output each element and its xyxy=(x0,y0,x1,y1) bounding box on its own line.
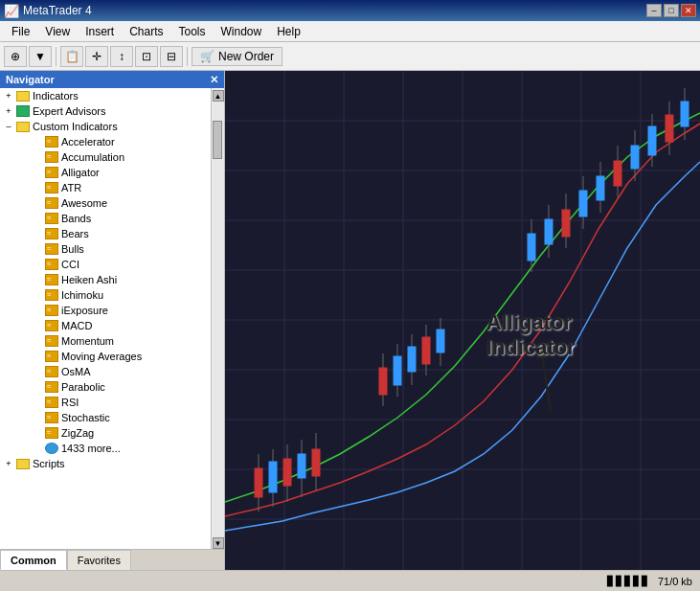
menu-tools[interactable]: Tools xyxy=(171,23,214,40)
label-bands: Bands xyxy=(59,213,91,224)
menu-view[interactable]: View xyxy=(37,23,78,40)
tree-item-custom[interactable]: – Custom Indicators xyxy=(0,119,211,134)
svg-rect-38 xyxy=(528,234,535,261)
tab-favorites[interactable]: Favorites xyxy=(67,550,131,570)
icon-ichimoku xyxy=(44,288,59,302)
tree-item-ea[interactable]: + Expert Advisors xyxy=(0,103,211,119)
svg-rect-48 xyxy=(614,161,621,186)
svg-rect-30 xyxy=(394,356,401,385)
tree-item-more[interactable]: 1433 more... xyxy=(0,441,211,456)
icon-bears xyxy=(44,227,59,240)
tree-item-alligator[interactable]: Alligator xyxy=(0,165,211,180)
tree-item-accumulation[interactable]: Accumulation xyxy=(0,149,211,165)
navigator-panel: Navigator ✕ + Indicators + xyxy=(0,71,225,570)
status-right: ▊▊▊▊▊ 71/0 kb xyxy=(607,576,692,587)
svg-rect-26 xyxy=(312,449,320,476)
svg-rect-40 xyxy=(545,219,553,244)
toolbar-btn-1[interactable]: ⊕ xyxy=(4,46,27,67)
icon-heiken-ashi xyxy=(44,273,59,286)
label-moving-averages: Moving Averages xyxy=(59,351,142,362)
menu-file[interactable]: File xyxy=(4,23,37,40)
icon-alligator xyxy=(44,166,59,179)
expander-scripts: + xyxy=(2,457,15,470)
tree-item-bands[interactable]: Bands xyxy=(0,211,211,226)
scrollbar-up-button[interactable]: ▲ xyxy=(213,90,224,102)
label-bears: Bears xyxy=(59,228,89,239)
svg-rect-22 xyxy=(283,459,291,486)
menu-charts[interactable]: Charts xyxy=(122,23,170,40)
new-order-label: New Order xyxy=(218,50,274,63)
label-heiken-ashi: Heiken Ashi xyxy=(59,274,117,285)
tree-item-awesome[interactable]: Awesome xyxy=(0,195,211,211)
svg-rect-36 xyxy=(437,330,444,352)
close-button[interactable]: ✕ xyxy=(681,4,696,17)
svg-rect-28 xyxy=(379,368,387,395)
navigator-close-button[interactable]: ✕ xyxy=(210,74,218,86)
tree-item-stochastic[interactable]: Stochastic xyxy=(0,410,211,425)
title-bar-left: 📈 MetaTrader 4 xyxy=(4,4,92,18)
minimize-button[interactable]: – xyxy=(646,4,662,17)
toolbar-btn-6[interactable]: ⊟ xyxy=(160,46,183,67)
svg-rect-32 xyxy=(408,347,416,372)
icon-awesome xyxy=(44,196,59,210)
scrollbar-down-button[interactable]: ▼ xyxy=(213,537,224,549)
tree-item-rsi[interactable]: RSI xyxy=(0,395,211,410)
svg-rect-46 xyxy=(597,176,604,200)
tree-item-zigzag[interactable]: ZigZag xyxy=(0,425,211,441)
tree-item-momentum[interactable]: Momentum xyxy=(0,333,211,349)
chart-svg xyxy=(225,71,700,570)
main-area: Navigator ✕ + Indicators + xyxy=(0,71,700,570)
svg-rect-24 xyxy=(298,454,305,478)
tree-item-heiken-ashi[interactable]: Heiken Ashi xyxy=(0,272,211,287)
label-cci: CCI xyxy=(59,259,79,270)
toolbar-btn-dropdown[interactable]: ▼ xyxy=(29,46,52,67)
icon-bands xyxy=(44,212,59,225)
scrollbar-thumb[interactable] xyxy=(213,121,222,159)
expander-ea: + xyxy=(2,104,15,118)
label-macd: MACD xyxy=(59,320,92,331)
label-accumulation: Accumulation xyxy=(59,151,124,163)
folder-icon-scripts xyxy=(15,457,31,470)
tree-item-macd[interactable]: MACD xyxy=(0,318,211,333)
title-bar: 📈 MetaTrader 4 – □ ✕ xyxy=(0,0,700,21)
new-order-button[interactable]: 🛒 New Order xyxy=(192,47,282,66)
tree-item-ichimoku[interactable]: Ichimoku xyxy=(0,287,211,303)
tree-item-cci[interactable]: CCI xyxy=(0,257,211,272)
icon-parabolic xyxy=(44,380,59,394)
chart-status-icon: ▊▊▊▊▊ xyxy=(607,576,650,586)
toolbar-btn-3[interactable]: ✛ xyxy=(85,46,108,67)
tab-common[interactable]: Common xyxy=(0,550,67,570)
tree-item-bears[interactable]: Bears xyxy=(0,226,211,241)
icon-zigzag xyxy=(44,426,59,440)
toolbar-btn-4[interactable]: ↕ xyxy=(110,46,133,67)
toolbar-btn-5[interactable]: ⊡ xyxy=(135,46,158,67)
menu-insert[interactable]: Insert xyxy=(78,23,122,40)
annotation-line1: Alligator xyxy=(486,310,576,335)
menu-window[interactable]: Window xyxy=(214,23,270,40)
tree-item-iexposure[interactable]: iExposure xyxy=(0,303,211,318)
tree-item-osma[interactable]: OsMA xyxy=(0,364,211,379)
chart-area[interactable]: Alligator Indicator xyxy=(225,71,700,570)
tree-item-indicators[interactable]: + Indicators xyxy=(0,88,211,103)
tree-item-accelerator[interactable]: Accelerator xyxy=(0,134,211,149)
tree-item-atr[interactable]: ATR xyxy=(0,180,211,195)
annotation-text: Alligator Indicator xyxy=(486,310,576,360)
tree-item-bulls[interactable]: Bulls xyxy=(0,241,211,257)
app-title: MetaTrader 4 xyxy=(23,4,92,17)
expander-custom: – xyxy=(2,120,15,133)
new-order-icon: 🛒 xyxy=(200,50,215,63)
toolbar-btn-2[interactable]: 📋 xyxy=(60,46,83,67)
tree-item-moving-averages[interactable]: Moving Averages xyxy=(0,349,211,364)
label-bulls: Bulls xyxy=(59,243,84,255)
tree-item-parabolic[interactable]: Parabolic xyxy=(0,379,211,395)
folder-icon-indicators xyxy=(15,89,31,102)
icon-bulls xyxy=(44,242,59,256)
label-alligator: Alligator xyxy=(59,167,100,178)
scrollbar-track[interactable] xyxy=(213,102,224,537)
menu-help[interactable]: Help xyxy=(269,23,308,40)
tree-item-scripts[interactable]: + Scripts xyxy=(0,456,211,471)
navigator-header: Navigator ✕ xyxy=(0,71,224,88)
maximize-button[interactable]: □ xyxy=(664,4,679,17)
icon-iexposure xyxy=(44,304,59,317)
icon-macd xyxy=(44,319,59,332)
